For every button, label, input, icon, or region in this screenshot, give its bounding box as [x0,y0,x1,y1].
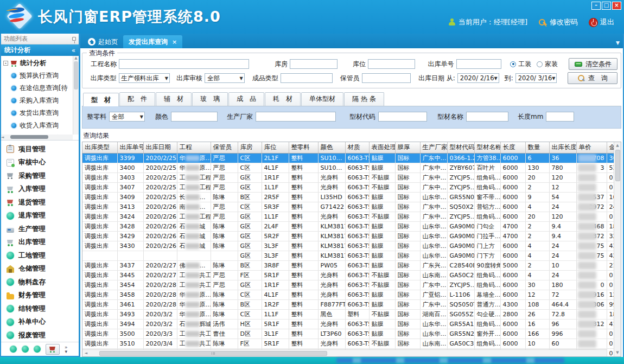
product-type-input[interactable] [281,73,333,83]
column-header-表面处理[interactable]: 表面处理 [369,142,395,153]
column-header-库房[interactable]: 库房 [238,142,262,153]
logout-button[interactable]: 退出 [589,17,614,27]
sidebar-item-入库管理[interactable]: 入库管理 [1,182,79,196]
subtab-隔热条[interactable]: 隔 热 条 [344,92,384,106]
change-password-button[interactable]: 修改密码 [539,17,578,27]
column-header-出库日期[interactable]: 出库日期 [143,142,177,153]
table-row[interactable]: 调拨出库34092020/2/25长…陈琳B区2R5F整料LI35HD6063-… [82,192,614,202]
clear-conditions-button[interactable]: 清空条件 [569,58,617,70]
collapse-icon[interactable]: « [72,47,75,54]
column-header-生产厂家[interactable]: 生产厂家 [420,142,447,153]
table-row[interactable]: 调拨出库35002020/3/3工共工程曹佳D区3L1F整料LT3P606063… [82,329,614,339]
tree-item-收货入库查询[interactable]: 收货入库查询 [1,119,79,132]
pin-icon[interactable] [72,37,76,41]
column-header-出库单号[interactable]: 出库单号 [117,142,143,153]
section-header-stats[interactable]: 统计分析 « [1,44,79,56]
tab-home[interactable]: 起始页 [82,35,123,48]
toolbar-dot-icon[interactable] [10,346,17,353]
column-header-长度[interactable]: 长度 [500,142,525,153]
column-header-数量[interactable]: 数量 [525,142,549,153]
column-header-膜厚[interactable]: 膜厚 [395,142,420,153]
table-horizontal-scrollbar[interactable]: ◄ [82,349,607,356]
table-vertical-scrollbar[interactable]: ▲▼ [614,142,621,356]
out-audit-select[interactable]: 全部▼ [205,73,245,83]
tree-item-采购入库查询[interactable]: 采购入库查询 [1,94,79,107]
keeper-input[interactable] [362,73,411,83]
toolbar-dot-icon[interactable] [22,346,29,353]
search-button[interactable]: 查 询 [568,72,617,84]
subtab-玻璃[interactable]: 玻 璃 [192,92,228,106]
table-row[interactable]: 调拨出库34282020/2/26石城陈琳G区2L4F整料KLM38176063… [82,221,614,231]
tree-horizontal-scrollbar[interactable]: ◄ [1,135,73,140]
table-row[interactable]: 调拨出库34942020/3/2石辉城汤伟H区5R1F整料光身料6063-T5贴… [82,319,614,329]
sidebar-item-工地管理[interactable]: 工地管理 [1,249,79,263]
tree-item-预算执行查询[interactable]: 预算执行查询 [1,69,79,82]
subtab-成品[interactable]: 成 品 [228,92,264,106]
sidebar-item-生产管理[interactable]: 生产管理 [1,222,79,236]
tree-vertical-scrollbar[interactable]: ▲ [73,56,79,135]
table-row[interactable]: 调拨出库34452020/2/27工共工程严思F区5R1F整料光身料6063-T… [82,270,614,280]
toolbar-cart-button[interactable] [46,344,60,355]
table-row[interactable]: 调拨出库34372020/2/27佛…陈琳B区3R8F整料PW056063-T5… [82,260,614,270]
radio-industrial[interactable]: 工装 [510,60,531,69]
column-header-工程[interactable]: 工程 [177,142,211,153]
table-row[interactable]: 调拨出库33992020/2/25华原…严思C区2L1F整料SU10…6063-… [82,153,614,163]
sidebar-item-采购管理[interactable]: 采购管理 [1,169,79,183]
column-header-型材名称[interactable]: 型材名称 [474,142,500,153]
table-row[interactable]: 调拨出库34292020/2/26石城陈琳G区5R2F整料KLM38176063… [82,231,614,241]
table-row[interactable]: 调拨出库34302020/2/26石城陈琳G区3L3F整料KLM38176063… [82,241,614,251]
sidebar-item-项目管理[interactable]: 项目管理 [1,143,79,156]
sidebar-item-审核中心[interactable]: 审核中心 [1,156,79,169]
tab-overflow-icon[interactable]: ▼ [616,40,620,46]
column-header-出库类型[interactable]: 出库类型 [82,142,117,153]
out-type-select[interactable]: 生产领料出库▼ [119,73,170,83]
tree-expander-icon[interactable]: - [3,61,8,66]
subtab-型材[interactable]: 型 材 [83,93,119,106]
subtab-辅材[interactable]: 辅 材 [156,92,192,106]
date-to-picker[interactable]: 2020/ 3/16▼ [515,73,557,83]
sidebar-item-仓储管理[interactable]: 仓储管理 [1,262,79,276]
close-button[interactable]: × [612,2,621,10]
column-header-材质[interactable]: 材质 [345,142,369,153]
column-header-整零料[interactable]: 整零料 [289,142,318,153]
project-name-input[interactable] [119,59,249,69]
tree-root-stats[interactable]: - 统计分析 [1,56,79,69]
color-input[interactable] [171,112,218,122]
table-row[interactable]: 调拨出库34932020/3/2华原…陈琳C区1L1F整料黑色塑料不贴膜国标湖南… [82,309,614,319]
column-header-出库长度[interactable]: 出库长度 [549,142,576,153]
subtab-单体型材[interactable]: 单体型材 [301,92,343,106]
maximize-button[interactable]: □ [602,2,611,10]
code-input[interactable] [378,112,427,122]
table-row[interactable]: 调拨出库34132020/2/26南…严思C区5R3F整料G714226063-… [82,202,614,212]
table-row[interactable]: 调拨出库35102020/3/4工共工程陈琳F区5R1F整料光身料6063-T5… [82,339,614,348]
room-input[interactable] [290,59,338,69]
loc-input[interactable] [368,59,416,69]
factory-input[interactable] [256,112,336,122]
subtab-耗材[interactable]: 耗 材 [265,92,301,106]
sidebar-item-退库管理[interactable]: 退库管理 [1,209,79,222]
toolbar-overflow-button[interactable]: »▾ [65,345,68,354]
length-input[interactable] [546,112,574,122]
column-header-型材代码[interactable]: 型材代码 [447,142,474,153]
table-row[interactable]: 调拨出库34242020/2/26工工程严思G区1L1F整料光身料6063-T5… [82,212,614,221]
sidebar-item-补单中心[interactable]: 补单中心 [1,315,79,329]
date-from-picker[interactable]: 2020/ 2/16▼ [457,73,499,83]
order-no-input[interactable] [456,59,502,69]
minimize-button[interactable]: – [591,2,601,10]
column-header-保管员[interactable]: 保管员 [211,142,238,153]
column-header-单价[interactable]: 单价 [576,142,607,153]
subtab-配件[interactable]: 配 件 [119,92,155,106]
table-row[interactable]: 调拨出库34542020/2/28工共工程严思G区1R1F整料光身料6063-T… [82,280,614,290]
toolbar-dot-icon[interactable] [34,346,41,353]
radio-home[interactable]: 家装 [537,60,558,69]
name-input[interactable] [466,112,508,122]
tree-item-在途信息查询[待[interactable]: 在途信息查询[待 [1,82,79,94]
table-row[interactable]: 调拨出库34002020/2/25华原…严思C区4L1F整料SU10…6063-… [82,163,614,173]
sidebar-item-结转管理[interactable]: 结转管理 [1,302,79,316]
table-row[interactable]: 调拨出库34032020/2/25工工程严思G区1R1F整料光身料6063-T5… [82,173,614,182]
sidebar-item-出库管理[interactable]: 出库管理 [1,235,79,249]
column-header-金[interactable]: 金 [607,142,614,153]
tab-shipping-query[interactable]: 发货出库查询 × [123,35,182,48]
table-row[interactable]: G区3L3F整料KLM38176063-T5贴膜国标山东华…GA90M09…门下… [82,251,614,260]
sidebar-item-退货管理[interactable]: 退货管理 [1,196,79,209]
